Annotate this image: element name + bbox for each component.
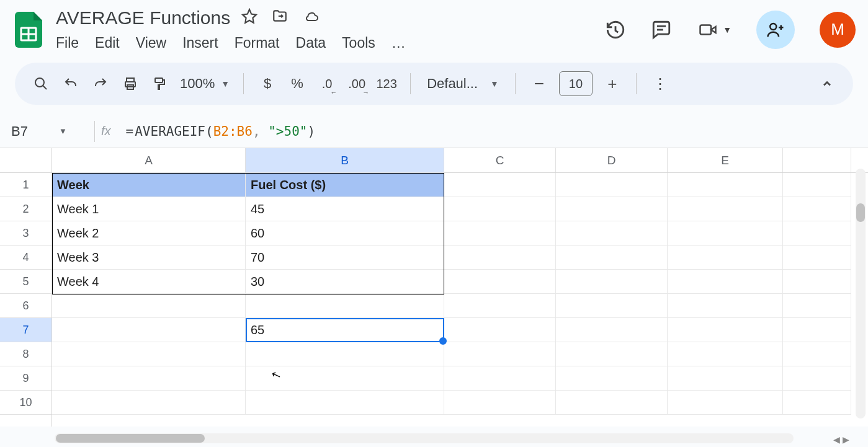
undo-button[interactable] <box>57 70 84 97</box>
column-header-A[interactable]: A <box>52 148 246 172</box>
cell-C10[interactable] <box>444 391 556 415</box>
cell-E4[interactable] <box>668 246 783 270</box>
history-icon[interactable] <box>605 19 626 40</box>
star-icon[interactable] <box>241 7 257 29</box>
cell-A5[interactable]: Week 4 <box>52 270 246 294</box>
row-header-1[interactable]: 1 <box>0 173 51 197</box>
cell-B4[interactable]: 70 <box>246 246 444 270</box>
column-header-D[interactable]: D <box>556 148 668 172</box>
cell-C2[interactable] <box>444 197 556 221</box>
currency-button[interactable]: $ <box>254 70 281 97</box>
cell-blank[interactable] <box>783 173 851 197</box>
cloud-status-icon[interactable] <box>302 7 321 29</box>
cell-C5[interactable] <box>444 270 556 294</box>
font-size-input[interactable]: 10 <box>559 71 593 96</box>
cell-E5[interactable] <box>668 270 783 294</box>
menu-edit[interactable]: Edit <box>95 35 120 51</box>
cell-D4[interactable] <box>556 246 668 270</box>
cell-E9[interactable] <box>668 366 783 391</box>
row-header-4[interactable]: 4 <box>0 246 51 270</box>
sheets-logo[interactable] <box>12 9 45 51</box>
column-header-B[interactable]: B <box>246 148 444 172</box>
column-header-C[interactable]: C <box>444 148 556 172</box>
menu-data[interactable]: Data <box>296 35 326 51</box>
menu-file[interactable]: File <box>56 35 79 51</box>
sheet-nav-arrows[interactable]: ◀ ▶ <box>833 435 849 445</box>
cell-blank[interactable] <box>783 246 851 270</box>
cell-E7[interactable] <box>668 318 783 342</box>
cell-blank[interactable] <box>783 318 851 342</box>
column-header-filler[interactable] <box>783 148 851 172</box>
cell-blank[interactable] <box>783 294 851 318</box>
account-avatar[interactable]: M <box>820 12 856 48</box>
cell-blank[interactable] <box>783 270 851 294</box>
row-header-6[interactable]: 6 <box>0 294 51 318</box>
toolbar-more-icon[interactable]: ⋮ <box>647 70 674 97</box>
share-button[interactable] <box>756 11 795 49</box>
cell-D9[interactable] <box>556 366 668 391</box>
cell-E10[interactable] <box>668 391 783 415</box>
cell-A6[interactable] <box>52 294 246 318</box>
row-header-9[interactable]: 9 <box>0 366 51 391</box>
decrease-font-size-button[interactable]: − <box>526 70 553 97</box>
cells-area[interactable]: WeekFuel Cost ($)Week 145Week 260Week 37… <box>52 173 868 427</box>
cell-D7[interactable] <box>556 318 668 342</box>
redo-button[interactable] <box>87 70 114 97</box>
menu-format[interactable]: Format <box>235 35 280 51</box>
cell-C9[interactable] <box>444 366 556 391</box>
cell-D10[interactable] <box>556 391 668 415</box>
cell-A1[interactable]: Week <box>52 173 246 197</box>
select-all-corner[interactable] <box>0 148 52 173</box>
row-header-8[interactable]: 8 <box>0 342 51 366</box>
print-button[interactable] <box>117 70 144 97</box>
font-family-select[interactable]: Defaul... ▼ <box>421 76 505 92</box>
zoom-select[interactable]: 100% ▼ <box>176 76 233 92</box>
cell-E3[interactable] <box>668 221 783 246</box>
name-box-dropdown-icon[interactable]: ▼ <box>59 126 67 136</box>
row-header-3[interactable]: 3 <box>0 221 51 246</box>
cell-B3[interactable]: 60 <box>246 221 444 246</box>
horizontal-scrollbar[interactable] <box>55 433 794 443</box>
comment-icon[interactable] <box>651 19 672 40</box>
name-box[interactable]: B7 <box>11 123 28 139</box>
cell-blank[interactable] <box>783 342 851 366</box>
more-formats-button[interactable]: 123 <box>373 70 400 97</box>
cell-A10[interactable] <box>52 391 246 415</box>
move-icon[interactable] <box>271 7 289 29</box>
formula-input[interactable]: =AVERAGEIF(B2:B6, ">50") <box>126 124 316 139</box>
cell-B5[interactable]: 30 <box>246 270 444 294</box>
cell-blank[interactable] <box>783 197 851 221</box>
decrease-decimal-button[interactable]: .0 ← <box>313 70 341 97</box>
percent-button[interactable]: % <box>284 70 311 97</box>
cell-E6[interactable] <box>668 294 783 318</box>
horizontal-scroll-thumb[interactable] <box>56 434 205 443</box>
cell-D6[interactable] <box>556 294 668 318</box>
cell-B9[interactable] <box>246 366 444 391</box>
row-header-7[interactable]: 7 <box>0 318 51 342</box>
collapse-toolbar-icon[interactable] <box>813 70 841 97</box>
cell-B8[interactable] <box>246 342 444 366</box>
cell-A9[interactable] <box>52 366 246 391</box>
vertical-scrollbar[interactable] <box>856 169 866 418</box>
cell-D1[interactable] <box>556 173 668 197</box>
row-header-5[interactable]: 5 <box>0 270 51 294</box>
cell-B10[interactable] <box>246 391 444 415</box>
cell-C7[interactable] <box>444 318 556 342</box>
cell-blank[interactable] <box>783 391 851 415</box>
menu-view[interactable]: View <box>136 35 166 51</box>
cell-D2[interactable] <box>556 197 668 221</box>
cell-D3[interactable] <box>556 221 668 246</box>
cell-D5[interactable] <box>556 270 668 294</box>
increase-font-size-button[interactable]: + <box>599 70 626 97</box>
cell-E1[interactable] <box>668 173 783 197</box>
row-header-10[interactable]: 10 <box>0 391 51 415</box>
doc-title[interactable]: AVERAGE Functions <box>56 7 230 29</box>
cell-A2[interactable]: Week 1 <box>52 197 246 221</box>
menu-more[interactable]: … <box>391 35 406 51</box>
column-header-E[interactable]: E <box>668 148 783 172</box>
cell-D8[interactable] <box>556 342 668 366</box>
meet-icon[interactable]: ▼ <box>697 20 732 39</box>
menu-insert[interactable]: Insert <box>182 35 218 51</box>
search-icon[interactable] <box>27 70 55 97</box>
cell-C8[interactable] <box>444 342 556 366</box>
